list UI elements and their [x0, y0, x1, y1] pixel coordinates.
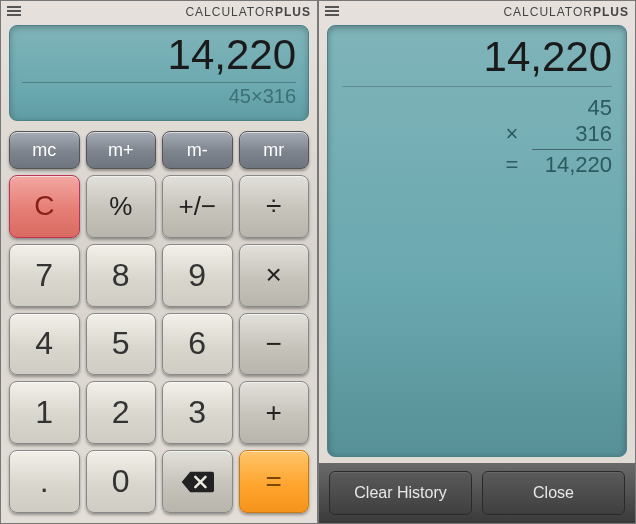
- digit-9-button[interactable]: 9: [162, 244, 233, 307]
- clear-history-button[interactable]: Clear History: [329, 471, 472, 515]
- backspace-button[interactable]: [162, 450, 233, 513]
- mr-button[interactable]: mr: [239, 131, 310, 169]
- plus-button[interactable]: +: [239, 381, 310, 444]
- backspace-icon: [180, 470, 214, 494]
- brand-suffix: PLUS: [593, 5, 629, 19]
- clear-button[interactable]: C: [9, 175, 80, 238]
- digit-2-button[interactable]: 2: [86, 381, 157, 444]
- history-panel[interactable]: 14,220 45 × 316 = 14,220: [327, 25, 627, 457]
- minus-button[interactable]: −: [239, 313, 310, 376]
- plusminus-button[interactable]: +/−: [162, 175, 233, 238]
- mc-button[interactable]: mc: [9, 131, 80, 169]
- equals-button[interactable]: =: [239, 450, 310, 513]
- history-calc: 45 × 316 = 14,220: [342, 95, 612, 178]
- divide-button[interactable]: ÷: [239, 175, 310, 238]
- history-operand-1: 45: [542, 95, 612, 121]
- app-brand: CALCULATORPLUS: [185, 5, 311, 19]
- hamburger-icon[interactable]: [325, 6, 339, 16]
- history-result: 14,220: [342, 34, 612, 80]
- history-toolbar: Clear History Close: [319, 463, 635, 523]
- digit-4-button[interactable]: 4: [9, 313, 80, 376]
- multiply-button[interactable]: ×: [239, 244, 310, 307]
- mminus-button[interactable]: m-: [162, 131, 233, 169]
- digit-0-button[interactable]: 0: [86, 450, 157, 513]
- calc-display[interactable]: 14,220 45×316: [9, 25, 309, 121]
- digit-6-button[interactable]: 6: [162, 313, 233, 376]
- brand-prefix: CALCULATOR: [185, 5, 275, 19]
- history-operator: ×: [502, 121, 522, 147]
- digit-7-button[interactable]: 7: [9, 244, 80, 307]
- display-divider: [22, 82, 296, 83]
- close-button[interactable]: Close: [482, 471, 625, 515]
- history-divider: [342, 86, 612, 87]
- mplus-button[interactable]: m+: [86, 131, 157, 169]
- calculator-history-pane: CALCULATORPLUS 14,220 45 × 316 = 14,220 …: [318, 0, 636, 524]
- history-operand-2: 316: [542, 121, 612, 147]
- history-equals: =: [502, 152, 522, 178]
- digit-8-button[interactable]: 8: [86, 244, 157, 307]
- display-expression: 45×316: [229, 85, 296, 108]
- brand-prefix: CALCULATOR: [503, 5, 593, 19]
- digit-1-button[interactable]: 1: [9, 381, 80, 444]
- brand-suffix: PLUS: [275, 5, 311, 19]
- app-brand: CALCULATORPLUS: [503, 5, 629, 19]
- top-bar: CALCULATORPLUS: [319, 1, 635, 23]
- digit-5-button[interactable]: 5: [86, 313, 157, 376]
- history-answer: 14,220: [542, 152, 612, 178]
- top-bar: CALCULATORPLUS: [1, 1, 317, 23]
- keypad: mc m+ m- mr C % +/− ÷ 7 8 9 × 4 5 6 − 1 …: [1, 127, 317, 523]
- history-underline: [532, 149, 612, 150]
- decimal-button[interactable]: .: [9, 450, 80, 513]
- calculator-keypad-pane: CALCULATORPLUS 14,220 45×316 mc m+ m- mr…: [0, 0, 318, 524]
- hamburger-icon[interactable]: [7, 6, 21, 16]
- percent-button[interactable]: %: [86, 175, 157, 238]
- display-result: 14,220: [168, 32, 296, 78]
- digit-3-button[interactable]: 3: [162, 381, 233, 444]
